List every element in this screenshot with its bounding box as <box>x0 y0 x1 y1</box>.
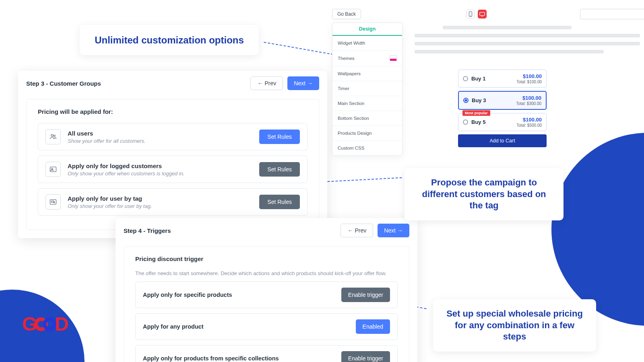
offer-option-selected[interactable]: Buy 3 $100.00Total: $300.00 <box>458 91 547 110</box>
offer-label: Buy 1 <box>471 76 485 82</box>
offer-option[interactable]: Most popular Buy 5 $100.00Total: $500.00 <box>458 113 547 131</box>
enabled-trigger-button[interactable]: Enabled <box>356 319 390 334</box>
svg-point-3 <box>52 168 53 170</box>
set-rules-button[interactable]: Set Rules <box>259 195 300 209</box>
callout-campaign: Propose the campaign to different custom… <box>405 168 564 220</box>
offer-option[interactable]: Buy 1 $100.00Total: $100.00 <box>458 70 547 88</box>
enable-trigger-button[interactable]: Enable trigger <box>341 288 390 302</box>
rule-user-by-tag: Apply only for user by tag Only show you… <box>38 188 308 216</box>
set-rules-button[interactable]: Set Rules <box>259 130 300 144</box>
callout-customization: Unlimited customization options <box>80 25 259 55</box>
rule-desc: Only show your offer when customers is l… <box>68 171 252 177</box>
design-item-bottom-section[interactable]: Bottom Section <box>332 111 402 126</box>
radio-icon <box>463 98 469 103</box>
design-item-custom-css[interactable]: Custom CSS <box>332 141 402 155</box>
rule-desc: Only show your offer for user by tag. <box>68 203 252 209</box>
step3-body-title: Pricing will be applied for: <box>38 108 308 115</box>
decor-circle <box>551 133 644 326</box>
search-input[interactable] <box>580 9 644 19</box>
preview-pane: Buy 1 $100.00Total: $100.00 Buy 3 $100.0… <box>415 26 644 147</box>
next-button[interactable]: Next→ <box>287 76 319 90</box>
theme-swatch-icon <box>390 56 397 61</box>
trigger-specific-collections: Apply only for products from specific co… <box>135 345 398 362</box>
step4-body-title: Pricing discount trigger <box>135 255 398 262</box>
design-item-main-section[interactable]: Main Section <box>332 96 402 111</box>
app-bar: Go Back <box>332 9 644 19</box>
brand-logo: G D <box>22 313 68 335</box>
callout-wholesale: Set up special wholesale pricing for any… <box>433 299 596 352</box>
design-tab[interactable]: Design <box>332 23 402 36</box>
radio-icon <box>463 119 468 125</box>
design-item-timer[interactable]: Timer <box>332 81 402 96</box>
svg-rect-5 <box>52 201 54 202</box>
svg-rect-8 <box>480 12 485 16</box>
users-icon <box>45 129 61 144</box>
skeleton-line <box>415 42 640 45</box>
add-to-cart-button[interactable]: Add to Cart <box>458 134 547 147</box>
next-button[interactable]: Next→ <box>378 224 409 237</box>
svg-rect-4 <box>50 200 56 204</box>
trigger-specific-products: Apply only for specific products Enable … <box>135 282 398 308</box>
step4-body-sub: The offer needs to start somewhere. Deci… <box>135 270 398 276</box>
rule-desc: Show your offer for all customers. <box>68 138 252 144</box>
offer-label: Buy 5 <box>471 119 485 125</box>
most-popular-badge: Most popular <box>462 110 490 116</box>
trigger-title: Apply for any product <box>143 323 204 330</box>
svg-point-1 <box>54 135 55 137</box>
tag-card-icon <box>45 194 61 210</box>
step3-title: Step 3 - Customer Groups <box>26 80 101 87</box>
rule-all-users: All users Show your offer for all custom… <box>38 123 308 150</box>
trigger-title: Apply only for products from specific co… <box>143 355 279 362</box>
offer-total: Total: $100.00 <box>516 80 542 84</box>
skeleton-line <box>415 34 640 37</box>
step4-card: Step 4 - Triggers ←Prev Next→ Pricing di… <box>116 218 417 362</box>
design-item-products-design[interactable]: Products Design <box>332 126 402 141</box>
mobile-view-icon[interactable] <box>466 10 475 19</box>
design-item-widget-width[interactable]: Widget Width <box>332 36 402 51</box>
design-panel: Design Widget Width Themes Wallpapers Ti… <box>332 23 402 156</box>
offer-total: Total: $300.00 <box>516 101 541 106</box>
radio-icon <box>463 76 468 81</box>
trigger-title: Apply only for specific products <box>143 292 232 298</box>
rule-logged-customers: Apply only for logged customers Only sho… <box>38 156 308 183</box>
desktop-view-icon[interactable] <box>478 10 487 19</box>
step3-card: Step 3 - Customer Groups ←Prev Next→ Pri… <box>18 71 327 238</box>
design-item-themes[interactable]: Themes <box>332 51 402 66</box>
offer-price: $100.00 <box>516 73 542 79</box>
rule-title: All users <box>68 130 252 137</box>
trigger-any-product: Apply for any product Enabled <box>135 313 398 340</box>
offer-label: Buy 3 <box>472 97 486 103</box>
prev-button[interactable]: ←Prev <box>250 76 283 90</box>
skeleton-line <box>443 26 572 29</box>
offer-price: $100.00 <box>516 95 541 101</box>
prev-button[interactable]: ←Prev <box>341 224 373 237</box>
skeleton-line <box>415 50 604 53</box>
rule-title: Apply only for user by tag <box>68 195 252 202</box>
svg-point-0 <box>51 134 53 136</box>
design-item-wallpapers[interactable]: Wallpapers <box>332 66 402 81</box>
offer-total: Total: $500.00 <box>516 123 542 128</box>
offer-price: $100.00 <box>516 117 542 123</box>
rule-title: Apply only for logged customers <box>68 162 252 169</box>
user-card-icon <box>45 162 61 177</box>
set-rules-button[interactable]: Set Rules <box>259 162 300 177</box>
step4-title: Step 4 - Triggers <box>124 227 171 234</box>
go-back-button[interactable]: Go Back <box>332 9 361 19</box>
enable-trigger-button[interactable]: Enable trigger <box>341 351 390 362</box>
